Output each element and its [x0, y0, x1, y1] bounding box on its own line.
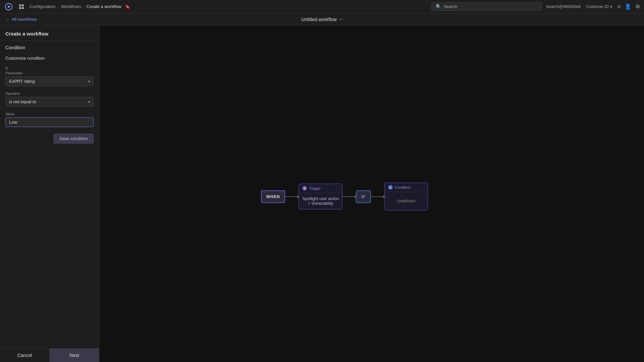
user-info: Search@466b93e6 — [546, 4, 581, 9]
trigger-node-header: ⚡ Trigger — [299, 184, 342, 193]
workflow-diagram: WHEN ⚡ Trigger Spotlight user action > V… — [261, 183, 428, 210]
svg-rect-3 — [19, 7, 21, 9]
condition-section-title: Condition — [0, 41, 99, 52]
connector-arrow-1 — [297, 195, 300, 198]
operator-label: Operator — [5, 92, 94, 96]
svg-rect-1 — [19, 4, 21, 6]
svg-rect-2 — [22, 4, 24, 6]
top-nav: Configuration › Workflows › Create a wor… — [0, 0, 644, 13]
customer-id-label: Customer ID — [586, 4, 608, 9]
connector-arrow-2 — [355, 195, 357, 198]
trigger-body-line1: Spotlight user action — [302, 196, 339, 201]
connector-trigger-if — [342, 196, 356, 197]
nav-right: Search@466b93e6 Customer ID ▾ ≡ 👤 ⚙ — [546, 3, 640, 10]
trigger-node[interactable]: ⚡ Trigger Spotlight user action > Vulner… — [299, 184, 342, 209]
sidebar-header: Create a workflow — [0, 25, 99, 41]
condition-node[interactable]: ◎ Condition Undefined — [384, 183, 428, 210]
save-condition-button[interactable]: Save condition — [54, 134, 94, 143]
customize-condition-title: Customize condition — [0, 52, 99, 63]
workflow-title-area: Untitled workflow ✏ — [301, 17, 343, 22]
hamburger-icon[interactable]: ≡ — [618, 4, 621, 10]
if-node[interactable]: IF — [356, 190, 371, 203]
trigger-header-label: Trigger — [309, 186, 320, 190]
subtitle-bar: ← All workflows Untitled workflow ✏ — [0, 13, 644, 25]
nav-icons: ≡ 👤 ⚙ — [618, 3, 640, 10]
condition-node-body: Undefined — [385, 192, 428, 210]
condition-node-header: ◎ Condition — [385, 183, 428, 192]
if-label: If — [5, 66, 8, 71]
breadcrumb-sep-2: › — [83, 4, 84, 9]
value-group: Value — [0, 109, 99, 130]
user-id: Search@466b93e6 — [546, 4, 581, 9]
operator-select[interactable]: is not equal to — [5, 97, 94, 107]
operator-select-wrapper: is not equal to — [5, 97, 94, 107]
connector-arrow-3 — [383, 195, 386, 198]
breadcrumb-configuration[interactable]: Configuration — [30, 4, 55, 9]
trigger-node-body: Spotlight user action > Vulnerability — [299, 193, 342, 209]
sidebar-footer: Cancel Next — [0, 348, 99, 362]
back-to-workflows-link[interactable]: ← All workflows — [5, 17, 37, 22]
value-label: Value — [5, 112, 94, 116]
parameter-select-wrapper: ExPRT rating — [5, 76, 94, 86]
condition-icon: ◎ — [388, 185, 393, 190]
cancel-button[interactable]: Cancel — [0, 349, 50, 362]
back-arrow-icon: ← — [5, 17, 10, 22]
parameter-label: Parameter — [5, 71, 94, 75]
search-icon: 🔍 — [436, 4, 441, 9]
search-input[interactable] — [444, 4, 538, 9]
workflow-title-text: Untitled workflow — [301, 17, 337, 22]
breadcrumb-current: Create a workflow — [87, 4, 121, 9]
customer-id-chevron: ▾ — [610, 4, 612, 9]
condition-header-label: Condition — [395, 185, 410, 189]
customer-id-selector[interactable]: Customer ID ▾ — [586, 4, 612, 9]
when-node[interactable]: WHEN — [261, 190, 285, 203]
trigger-icon: ⚡ — [302, 186, 307, 191]
breadcrumb: Configuration › Workflows › Create a wor… — [30, 4, 130, 9]
breadcrumb-workflows[interactable]: Workflows — [61, 4, 81, 9]
breadcrumb-sep-1: › — [57, 4, 59, 9]
back-link-label: All workflows — [12, 17, 37, 22]
user-icon[interactable]: 👤 — [625, 3, 631, 10]
next-button[interactable]: Next — [50, 349, 99, 362]
bookmark-icon[interactable]: 🔖 — [125, 4, 130, 9]
parameter-group: If Parameter ExPRT rating — [0, 63, 99, 89]
sidebar: Create a workflow Condition Customize co… — [0, 25, 99, 362]
operator-group: Operator is not equal to — [0, 89, 99, 109]
trigger-body-line2: > Vulnerability — [302, 201, 339, 206]
connector-when-trigger — [285, 196, 299, 197]
parameter-select[interactable]: ExPRT rating — [5, 76, 94, 86]
search-bar[interactable]: 🔍 — [431, 2, 542, 11]
app-logo[interactable] — [4, 2, 13, 11]
svg-rect-4 — [22, 7, 24, 9]
canvas-area: WHEN ⚡ Trigger Spotlight user action > V… — [99, 25, 644, 362]
connector-if-condition — [371, 196, 384, 197]
settings-icon[interactable]: ⚙ — [635, 3, 640, 10]
create-workflow-title: Create a workflow — [5, 31, 94, 37]
grid-icon[interactable] — [17, 3, 25, 11]
edit-title-icon[interactable]: ✏ — [339, 17, 343, 22]
diagram-row: WHEN ⚡ Trigger Spotlight user action > V… — [261, 183, 428, 210]
value-input[interactable] — [5, 117, 94, 127]
save-btn-area: Save condition — [0, 130, 99, 147]
main-layout: Create a workflow Condition Customize co… — [0, 25, 644, 362]
